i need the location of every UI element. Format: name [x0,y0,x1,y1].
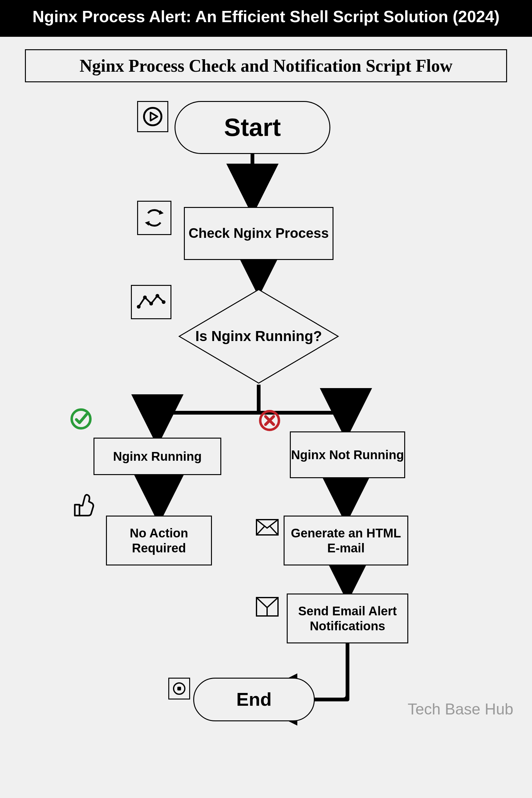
svg-rect-11 [177,687,181,690]
decision-label: Is Nginx Running? [195,328,322,345]
play-icon [137,101,168,132]
generate-label: Generate an HTML E-mail [285,526,407,555]
generate-email-node: Generate an HTML E-mail [284,516,408,566]
nginx-running-node: Nginx Running [94,438,221,475]
cross-icon [257,408,282,433]
svg-point-1 [144,108,162,125]
end-label: End [236,688,271,711]
start-node: Start [174,101,330,154]
mail-icon [255,519,279,536]
subtitle-box: Nginx Process Check and Notification Scr… [25,49,507,82]
filter-icon [255,596,279,617]
thumbs-up-icon [69,491,97,519]
cycle-icon [137,201,171,235]
brand-text: Tech Base Hub [407,700,513,718]
svg-point-8 [155,294,159,298]
nginx-not-running-node: Nginx Not Running [290,432,405,478]
send-label: Send Email Alert Notifications [288,604,407,633]
stop-icon [168,678,190,700]
send-alert-node: Send Email Alert Notifications [287,593,408,643]
running-label: Nginx Running [113,449,202,464]
end-node: End [193,678,315,721]
noaction-label: No Action Required [107,526,211,555]
svg-marker-2 [151,113,157,121]
svg-point-9 [162,300,166,304]
decision-node: Is Nginx Running? [178,288,340,385]
svg-marker-3 [159,210,164,215]
notrunning-label: Nginx Not Running [291,447,404,462]
no-action-node: No Action Required [106,516,212,566]
check-icon [69,406,94,432]
check-label: Check Nginx Process [189,225,329,242]
subtitle-text: Nginx Process Check and Notification Scr… [79,56,453,75]
svg-point-7 [149,302,153,305]
flowchart-canvas: Start Check Nginx Process Is Nginx Runni… [0,82,532,768]
start-label: Start [224,113,281,142]
svg-point-5 [137,305,140,309]
banner: Nginx Process Alert: An Efficient Shell … [0,0,532,37]
graph-icon [131,285,171,319]
check-process-node: Check Nginx Process [184,207,334,260]
banner-title: Nginx Process Alert: An Efficient Shell … [33,7,499,25]
svg-point-6 [143,296,147,299]
svg-marker-4 [145,221,150,226]
